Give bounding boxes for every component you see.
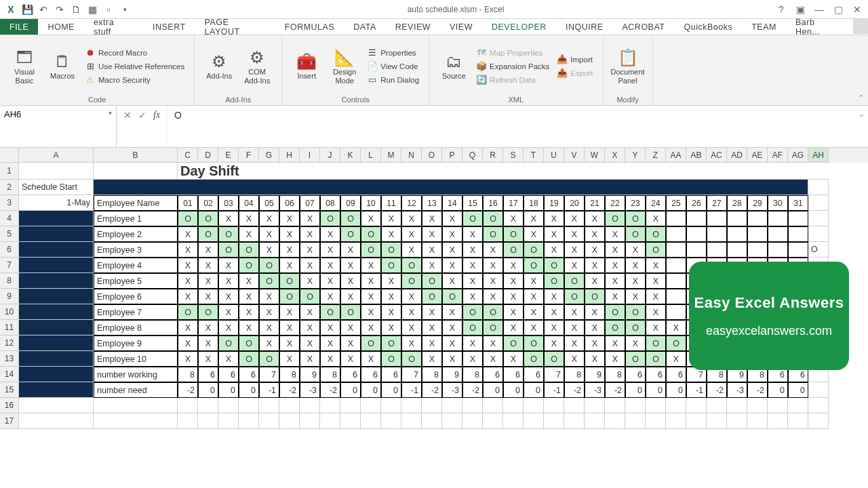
- cell[interactable]: X: [462, 226, 483, 242]
- cell[interactable]: X: [503, 211, 524, 226]
- cell[interactable]: [686, 211, 707, 226]
- cell[interactable]: X: [442, 273, 462, 289]
- cell[interactable]: X: [381, 226, 401, 242]
- cell[interactable]: O: [483, 226, 503, 242]
- cell[interactable]: X: [625, 273, 646, 289]
- cell[interactable]: O: [483, 304, 503, 320]
- cell[interactable]: X: [462, 258, 483, 273]
- cell[interactable]: O: [605, 320, 625, 336]
- qat-icon[interactable]: ▦: [87, 4, 98, 15]
- row-header[interactable]: 9: [0, 289, 19, 304]
- cell[interactable]: O: [401, 258, 422, 273]
- cell[interactable]: X: [381, 273, 401, 289]
- cell[interactable]: [178, 398, 198, 413]
- cell[interactable]: -1: [686, 382, 707, 398]
- cell[interactable]: O: [646, 242, 666, 258]
- cell[interactable]: X: [320, 289, 340, 304]
- col-header[interactable]: U: [544, 148, 564, 163]
- cell[interactable]: [585, 398, 605, 413]
- insert-control-button[interactable]: 🧰Insert: [289, 38, 324, 94]
- cell[interactable]: [768, 413, 788, 429]
- col-header[interactable]: X: [605, 148, 625, 163]
- cell[interactable]: 6: [646, 367, 666, 382]
- cell[interactable]: [381, 413, 401, 429]
- cell[interactable]: X: [605, 289, 625, 304]
- cell[interactable]: [686, 226, 707, 242]
- cell[interactable]: 7: [401, 367, 422, 382]
- tab-pagelayout[interactable]: PAGE LAYOUT: [195, 19, 275, 35]
- cell[interactable]: [544, 398, 564, 413]
- cell[interactable]: number need: [94, 382, 178, 398]
- enter-icon[interactable]: ✓: [138, 110, 146, 121]
- cell[interactable]: O: [401, 351, 422, 367]
- cell[interactable]: 22: [605, 195, 625, 211]
- cell[interactable]: X: [524, 289, 544, 304]
- cell[interactable]: 8: [462, 367, 483, 382]
- col-header[interactable]: S: [503, 148, 524, 163]
- cell[interactable]: [239, 398, 259, 413]
- cell[interactable]: X: [361, 304, 381, 320]
- cell[interactable]: Employee 5: [94, 273, 178, 289]
- cell[interactable]: [788, 211, 808, 226]
- col-header[interactable]: A: [19, 148, 94, 163]
- cell[interactable]: X: [300, 273, 320, 289]
- cell[interactable]: X: [524, 211, 544, 226]
- cell[interactable]: X: [666, 351, 686, 367]
- cell[interactable]: 0: [788, 382, 808, 398]
- cell[interactable]: [442, 398, 462, 413]
- cell[interactable]: 0: [524, 382, 544, 398]
- cell[interactable]: X: [524, 320, 544, 336]
- cell[interactable]: X: [361, 273, 381, 289]
- help-icon[interactable]: ?: [776, 4, 787, 15]
- cell[interactable]: [788, 398, 808, 413]
- cell[interactable]: 6: [198, 367, 218, 382]
- cell[interactable]: 12: [401, 195, 422, 211]
- cell[interactable]: O: [178, 211, 198, 226]
- cell[interactable]: [94, 180, 808, 195]
- cell[interactable]: X: [544, 211, 564, 226]
- cell[interactable]: -2: [462, 382, 483, 398]
- cell[interactable]: -2: [178, 382, 198, 398]
- cell[interactable]: Employee 2: [94, 226, 178, 242]
- cell[interactable]: [707, 226, 727, 242]
- cell[interactable]: X: [259, 336, 279, 351]
- cell[interactable]: 11: [381, 195, 401, 211]
- row-header[interactable]: 13: [0, 351, 19, 367]
- cell[interactable]: O: [462, 211, 483, 226]
- cell[interactable]: X: [462, 351, 483, 367]
- cell[interactable]: 0: [768, 382, 788, 398]
- cell[interactable]: [19, 351, 94, 367]
- cell[interactable]: [747, 413, 768, 429]
- cell[interactable]: [727, 398, 747, 413]
- cell[interactable]: [768, 398, 788, 413]
- tab-developer[interactable]: DEVELOPER: [482, 19, 556, 35]
- cell[interactable]: [646, 413, 666, 429]
- cell[interactable]: 26: [686, 195, 707, 211]
- cell[interactable]: O: [198, 211, 218, 226]
- cell[interactable]: X: [239, 211, 259, 226]
- row-header[interactable]: 6: [0, 242, 19, 258]
- cell[interactable]: X: [279, 336, 300, 351]
- cell[interactable]: X: [320, 320, 340, 336]
- cell[interactable]: Employee Name: [94, 195, 178, 211]
- cell[interactable]: 20: [564, 195, 585, 211]
- cell[interactable]: 8: [279, 367, 300, 382]
- cell[interactable]: [564, 413, 585, 429]
- cell[interactable]: 17: [503, 195, 524, 211]
- cell[interactable]: 8: [605, 367, 625, 382]
- cell[interactable]: X: [564, 242, 585, 258]
- cell[interactable]: O: [381, 258, 401, 273]
- cell[interactable]: X: [218, 351, 239, 367]
- cell[interactable]: [259, 413, 279, 429]
- cell[interactable]: O: [503, 336, 524, 351]
- cell[interactable]: -1: [259, 382, 279, 398]
- cell[interactable]: [381, 398, 401, 413]
- row-header[interactable]: 2: [0, 180, 19, 195]
- cell[interactable]: [707, 211, 727, 226]
- cell[interactable]: 05: [259, 195, 279, 211]
- cell[interactable]: X: [300, 320, 320, 336]
- cell[interactable]: O: [381, 242, 401, 258]
- row-header[interactable]: 16: [0, 398, 19, 413]
- cell[interactable]: 0: [381, 382, 401, 398]
- cell[interactable]: [686, 242, 707, 258]
